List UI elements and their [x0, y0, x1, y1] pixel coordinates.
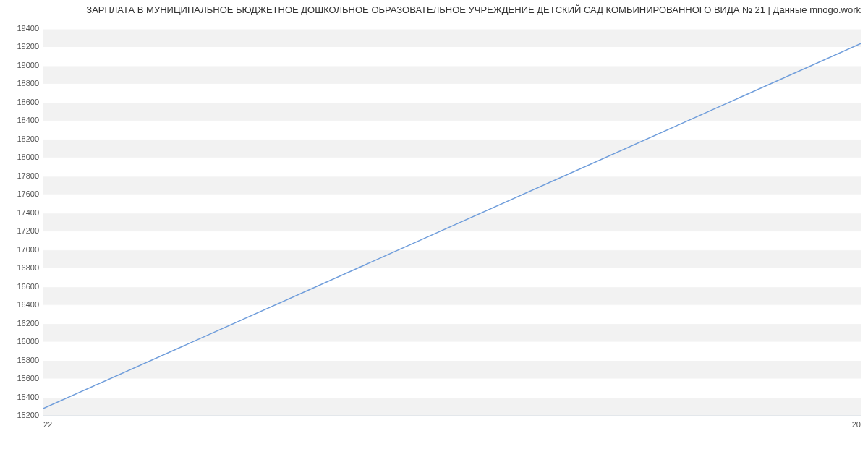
- y-tick-label: 18800: [0, 79, 39, 87]
- grid-band: [43, 29, 861, 47]
- grid-band: [43, 176, 861, 195]
- y-tick-label: 18400: [0, 116, 39, 124]
- grid-band: [43, 361, 861, 379]
- y-tick-label: 15200: [0, 411, 39, 419]
- grid-band: [43, 140, 861, 158]
- chart-svg: 20222023: [43, 29, 861, 430]
- y-tick-label: 19000: [0, 61, 39, 69]
- y-tick-label: 18200: [0, 134, 39, 143]
- grid-band: [43, 213, 861, 231]
- y-tick-label: 15400: [0, 393, 39, 401]
- y-tick-label: 16600: [0, 282, 39, 291]
- x-tick-label: 2023: [852, 420, 861, 429]
- grid-band: [43, 398, 861, 416]
- grid-band: [43, 103, 861, 121]
- y-tick-label: 16400: [0, 300, 39, 309]
- y-tick-label: 17600: [0, 189, 39, 198]
- chart-container: ЗАРПЛАТА В МУНИЦИПАЛЬНОЕ БЮДЖЕТНОЕ ДОШКО…: [0, 0, 868, 470]
- y-tick-label: 16000: [0, 337, 39, 346]
- chart-title: ЗАРПЛАТА В МУНИЦИПАЛЬНОЕ БЮДЖЕТНОЕ ДОШКО…: [7, 4, 861, 15]
- y-tick-label: 16800: [0, 263, 39, 272]
- y-tick-label: 17800: [0, 171, 39, 180]
- y-tick-label: 18000: [0, 153, 39, 161]
- y-tick-label: 18600: [0, 98, 39, 106]
- y-tick-label: 19400: [0, 24, 39, 33]
- y-tick-label: 16200: [0, 319, 39, 328]
- y-tick-label: 17400: [0, 208, 39, 217]
- y-tick-label: 15800: [0, 356, 39, 364]
- x-tick-label: 2022: [43, 420, 52, 429]
- plot-area: 20222023: [43, 29, 861, 430]
- y-tick-label: 15600: [0, 374, 39, 383]
- y-tick-label: 17000: [0, 245, 39, 254]
- grid-band: [43, 66, 861, 84]
- grid-band: [43, 287, 861, 305]
- grid-band: [43, 250, 861, 268]
- y-tick-label: 19200: [0, 42, 39, 51]
- grid-band: [43, 324, 861, 342]
- y-tick-label: 17200: [0, 226, 39, 235]
